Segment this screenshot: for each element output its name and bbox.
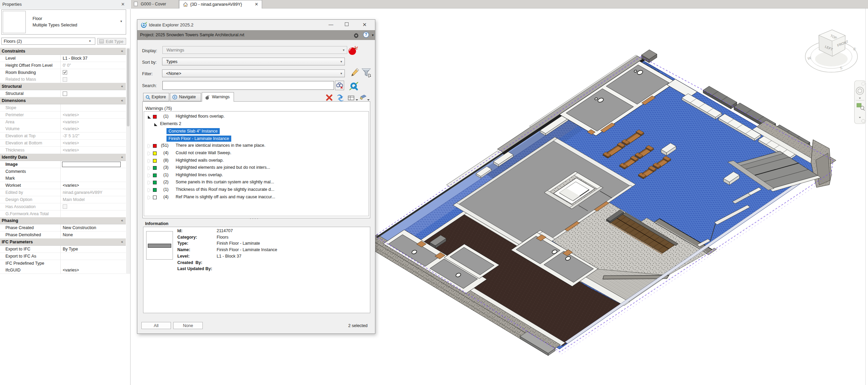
svg-text:W: W bbox=[807, 56, 812, 61]
svg-text:S: S bbox=[840, 66, 843, 70]
svg-text:E: E bbox=[853, 47, 856, 52]
